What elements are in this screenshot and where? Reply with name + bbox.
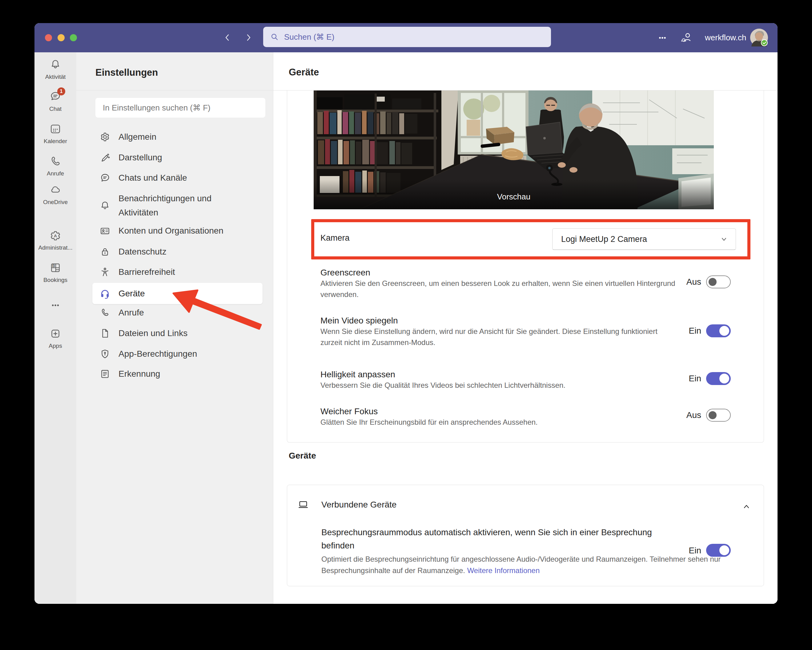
sidebar-item-geraete[interactable]: Geräte [92,283,263,304]
camera-preview-scene [314,90,714,209]
sidebar-item-label: Allgemein [119,132,156,142]
global-search[interactable] [263,27,551,47]
greenscreen-toggle[interactable] [706,275,731,288]
rail-item-onedrive[interactable]: OneDrive [35,183,76,206]
sidebar-item-label: Darstellung [119,153,162,163]
sidebar-item-dateien[interactable]: Dateien und Links [92,324,263,343]
rail-item-more[interactable] [35,299,76,312]
apps-icon [49,327,62,340]
mirror-video-toggle[interactable] [706,324,731,337]
room-mode-title: Besprechungsraummodus automatisch aktivi… [321,526,685,552]
forward-button[interactable] [243,32,253,43]
rail-item-chat[interactable]: 1 Chat [35,90,76,112]
sidebar-item-anrufe[interactable]: Anrufe [92,303,263,322]
sidebar-item-label: Geräte [119,289,145,299]
calendar-icon [49,122,62,136]
header-divider [76,90,777,90]
more-options-icon[interactable] [656,32,669,44]
more-icon [49,299,62,312]
camera-label: Kamera [321,233,350,243]
search-icon [270,33,279,41]
settings-search-input[interactable] [95,103,257,113]
search-input[interactable] [284,32,531,42]
phone-icon [100,307,110,318]
sidebar-item-label: Anrufe [119,308,144,317]
sidebar-item-konten[interactable]: Konten und Organisationen [92,221,263,240]
toggle-title: Mein Video spiegeln [321,316,398,326]
rail-item-label: Anrufe [47,170,64,177]
chat-icon [100,172,110,183]
rail-item-label: Kalender [44,138,67,145]
settings-search[interactable] [95,98,266,117]
gear-icon [100,132,110,142]
zoom-window-button[interactable] [70,34,77,41]
toggle-state-label: Ein [666,546,701,555]
toggle-knob [708,278,717,286]
sidebar-item-chats-und-kanaele[interactable]: Chats und Kanäle [92,168,263,188]
rail-item-bookings[interactable]: B Bookings [35,261,76,284]
sidebar-item-allgemein[interactable]: Allgemein [92,127,263,146]
minimize-window-button[interactable] [58,34,65,41]
sidebar-item-benachrichtigungen[interactable]: Benachrichtigungen und Aktivitäten [92,191,263,220]
camera-settings-card: Vorschau Kamera Logi MeetUp 2 Camera Gre… [287,90,764,442]
lock-icon [100,247,110,257]
preview-label: Vorschau [314,192,714,201]
settings-title: Einstellungen [95,67,158,78]
document-icon [100,369,110,379]
phone-icon [49,154,62,168]
toggle-title: Greenscreen [321,268,370,278]
toggle-state-label: Aus [666,410,701,420]
sidebar-item-erkennung[interactable]: Erkennung [92,365,263,383]
chevron-up-icon[interactable] [742,502,751,512]
toggle-description: Aktivieren Sie den Greenscreen, um einen… [321,278,681,300]
toggle-description: Wenn Sie diese Einstellung ändern, wird … [321,326,681,348]
id-card-icon [100,226,110,236]
rail-item-label: Administrat... [38,244,73,251]
sidebar-item-datenschutz[interactable]: Datenschutz [92,242,263,261]
chat-icon: 1 [49,90,62,104]
toggle-knob [719,326,729,336]
sidebar-item-label: Barrierefreiheit [119,267,175,277]
room-mode-description: Optimiert die Besprechungseinrichtung fü… [321,553,722,576]
admin-gear-icon: A [49,229,62,242]
sidebar-item-app-berechtigungen[interactable]: App-Berechtigungen [92,344,263,363]
toggle-title: Weicher Fokus [321,407,378,417]
sidebar-item-label: Chats und Kanäle [119,173,187,183]
headset-icon [100,288,110,299]
rail-item-calls[interactable]: Anrufe [35,154,76,177]
rail-item-calendar[interactable]: Kalender [35,122,76,145]
toggle-description: Verbessern Sie die Qualität Ihres Videos… [321,380,681,391]
back-button[interactable] [222,32,233,43]
rail-item-activity[interactable]: Aktivität [35,58,76,80]
close-window-button[interactable] [45,34,52,41]
rail-item-label: Aktivität [45,73,66,80]
toggle-state-label: Ein [666,326,701,336]
soft-focus-toggle[interactable] [706,409,731,422]
toggle-title: Helligkeit anpassen [321,369,395,380]
rail-item-label: OneDrive [43,199,68,206]
screen: werkflow.ch Aktivität [0,0,812,650]
account-name: werkflow.ch [705,33,746,43]
svg-text:B: B [52,264,55,268]
wand-icon [100,153,110,163]
presence-person-icon[interactable] [680,31,693,44]
avatar[interactable] [750,29,768,46]
rail-item-admin[interactable]: A Administrat... [35,229,76,251]
sidebar-item-barrierefreiheit[interactable]: Barrierefreiheit [92,262,263,282]
more-information-link[interactable]: Weitere Informationen [467,566,540,575]
adjust-brightness-toggle[interactable] [706,372,731,385]
camera-dropdown-value: Logi MeetUp 2 Camera [561,235,647,244]
room-mode-toggle[interactable] [706,544,731,557]
sidebar-item-label: Konten und Organisationen [119,226,223,236]
cloud-icon [49,183,62,197]
toggle-state-label: Ein [666,374,701,383]
rail-item-apps[interactable]: Apps [35,327,76,349]
bell-icon [49,58,62,72]
sidebar-item-darstellung[interactable]: Darstellung [92,148,263,167]
devices-section-header: Geräte [289,451,316,461]
teams-window: werkflow.ch Aktivität [35,23,777,604]
laptop-icon [298,499,309,510]
bookings-icon: B [49,261,62,275]
connected-devices-title: Verbundene Geräte [321,500,397,510]
camera-dropdown[interactable]: Logi MeetUp 2 Camera [552,228,736,250]
